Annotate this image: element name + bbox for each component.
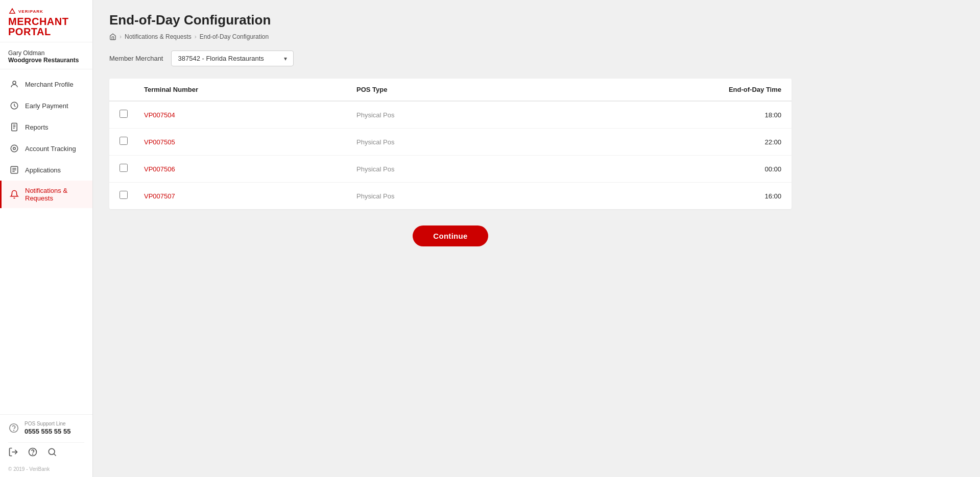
breadcrumb-current: End-of-Day Configuration [200, 33, 269, 40]
logo-area: VERIPARK MERCHANT PORTAL [0, 0, 92, 42]
copyright-text: © 2019 - VeriBank [0, 463, 92, 477]
row-4-checkbox[interactable] [119, 191, 128, 199]
svg-point-15 [14, 430, 14, 431]
pos-support-label: POS Support Line [25, 421, 70, 426]
merchant-select-dropdown[interactable]: 387542 - Florida Restaurants ▾ [171, 51, 294, 66]
sidebar-item-early-payment-label: Early Payment [25, 102, 68, 110]
row-2-checkbox-cell [119, 137, 144, 147]
edit-icon [10, 165, 19, 174]
member-merchant-filter: Member Merchant 387542 - Florida Restaur… [109, 51, 792, 66]
pos-support-number: 0555 555 55 55 [25, 428, 70, 435]
row-2-pos-type: Physical Pos [356, 138, 569, 146]
row-1-checkbox-cell [119, 110, 144, 120]
continue-row: Continue [109, 225, 792, 246]
sidebar-item-notifications-label: Notifications & Requests [25, 187, 84, 202]
table-row: VP007506 Physical Pos 00:00 [109, 156, 792, 183]
row-1-eod-time: 18:00 [569, 111, 781, 119]
svg-point-9 [13, 147, 16, 150]
footer-icons [8, 442, 84, 457]
home-icon[interactable] [109, 33, 116, 40]
sidebar-item-account-tracking[interactable]: Account Tracking [0, 138, 92, 159]
brand-top-label: VERIPARK [18, 9, 43, 14]
document-icon [10, 122, 19, 132]
col-eod-time: End-of-Day Time [569, 86, 781, 93]
svg-point-8 [11, 145, 18, 152]
row-3-checkbox[interactable] [119, 164, 128, 172]
row-3-eod-time: 00:00 [569, 165, 781, 173]
breadcrumb-sep-1: › [119, 33, 122, 40]
nav-menu: Merchant Profile Early Payment Reports [0, 69, 92, 414]
bell-icon [10, 190, 19, 199]
sidebar-item-applications[interactable]: Applications [0, 159, 92, 181]
search-icon[interactable] [47, 447, 57, 457]
clock-icon [10, 101, 19, 110]
svg-point-19 [49, 448, 55, 455]
row-1-pos-type: Physical Pos [356, 111, 569, 119]
sidebar: VERIPARK MERCHANT PORTAL Gary Oldman Woo… [0, 0, 93, 477]
breadcrumb: › Notifications & Requests › End-of-Day … [109, 33, 792, 40]
sidebar-item-reports[interactable]: Reports [0, 116, 92, 138]
row-1-terminal[interactable]: VP007504 [144, 111, 356, 119]
user-icon [10, 80, 19, 89]
sidebar-item-merchant-profile-label: Merchant Profile [25, 81, 74, 88]
col-pos-type: POS Type [356, 86, 569, 93]
col-checkbox [119, 86, 144, 93]
breadcrumb-notifications-link[interactable]: Notifications & Requests [125, 33, 192, 40]
table-row: VP007507 Physical Pos 16:00 [109, 183, 792, 209]
brand-main-label: MERCHANT PORTAL [8, 16, 84, 37]
help-icon[interactable] [28, 447, 38, 457]
user-name: Gary Oldman [8, 49, 84, 57]
logout-icon[interactable] [8, 447, 18, 457]
row-2-terminal[interactable]: VP007505 [144, 138, 356, 146]
sidebar-item-reports-label: Reports [25, 123, 49, 131]
continue-button[interactable]: Continue [413, 225, 488, 246]
member-merchant-label: Member Merchant [109, 55, 163, 62]
sidebar-item-early-payment[interactable]: Early Payment [0, 95, 92, 116]
breadcrumb-sep-2: › [195, 33, 197, 40]
col-terminal-number: Terminal Number [144, 86, 356, 93]
row-3-terminal[interactable]: VP007506 [144, 165, 356, 173]
sidebar-item-merchant-profile[interactable]: Merchant Profile [0, 73, 92, 95]
table-header: Terminal Number POS Type End-of-Day Time [109, 79, 792, 102]
tracking-icon [10, 144, 19, 153]
table-row: VP007505 Physical Pos 22:00 [109, 129, 792, 156]
table-row: VP007504 Physical Pos 18:00 [109, 102, 792, 129]
row-4-terminal[interactable]: VP007507 [144, 192, 356, 200]
svg-point-18 [33, 454, 33, 455]
row-3-pos-type: Physical Pos [356, 165, 569, 173]
row-1-checkbox[interactable] [119, 110, 128, 118]
veripark-logo-icon [8, 7, 16, 15]
row-4-pos-type: Physical Pos [356, 192, 569, 200]
support-icon [8, 422, 19, 434]
row-2-eod-time: 22:00 [569, 138, 781, 146]
user-info: Gary Oldman Woodgrove Restaurants [0, 42, 92, 69]
page-title: End-of-Day Configuration [109, 12, 792, 28]
terminals-table: Terminal Number POS Type End-of-Day Time… [109, 79, 792, 209]
sidebar-item-notifications[interactable]: Notifications & Requests [0, 181, 92, 208]
svg-point-2 [13, 81, 16, 84]
svg-line-20 [54, 454, 56, 456]
user-organization: Woodgrove Restaurants [8, 57, 84, 64]
sidebar-item-applications-label: Applications [25, 166, 61, 174]
main-content: End-of-Day Configuration › Notifications… [93, 0, 980, 477]
row-2-checkbox[interactable] [119, 137, 128, 145]
merchant-select-value: 387542 - Florida Restaurants [178, 55, 264, 62]
sidebar-footer: POS Support Line 0555 555 55 55 [0, 414, 92, 463]
row-4-checkbox-cell [119, 191, 144, 201]
chevron-down-icon: ▾ [284, 55, 287, 62]
row-4-eod-time: 16:00 [569, 192, 781, 200]
row-3-checkbox-cell [119, 164, 144, 174]
sidebar-item-account-tracking-label: Account Tracking [25, 145, 76, 153]
